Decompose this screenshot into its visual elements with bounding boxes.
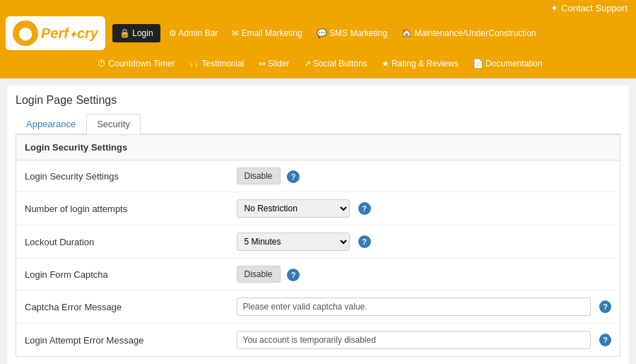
help-icon-captcha-error[interactable]: ? (599, 300, 611, 313)
nav-maintenance[interactable]: 🏠 Maintenance/UnderConstruction (396, 24, 541, 42)
label-login-attempts: Number of login attempts (16, 192, 228, 225)
header-top: ✦ Contact Support (0, 0, 636, 16)
help-icon-captcha[interactable]: ? (287, 269, 300, 281)
logo-text: Perf✦cry (41, 25, 98, 42)
control-lockout-duration: 5 Minutes 10 Minutes 15 Minutes 30 Minut… (228, 225, 620, 259)
label-lockout-duration: Lockout Duration (16, 225, 228, 259)
row-lockout-duration: Lockout Duration 5 Minutes 10 Minutes 15… (16, 225, 620, 259)
nav-social[interactable]: ↗ Social Buttons (298, 54, 373, 73)
row-attempt-error: Login Attempt Error Message ? (16, 324, 620, 357)
header: ✦ Contact Support ⬤ Perf✦cry 🔒 Login ⚙ A… (0, 0, 636, 78)
nav-email-marketing[interactable]: ✉ Email Marketing (226, 24, 307, 42)
label-attempt-error: Login Attempt Error Message (16, 324, 228, 357)
nav-login[interactable]: 🔒 Login (112, 24, 160, 42)
tab-security[interactable]: Security (86, 114, 141, 134)
control-captcha: Disable ? (228, 259, 620, 290)
input-captcha-error[interactable] (237, 298, 591, 316)
label-captcha: Login Form Captcha (16, 259, 228, 290)
select-login-attempts[interactable]: No Restriction 3 Attempts 5 Attempts 10 … (237, 199, 350, 218)
control-login-attempts: No Restriction 3 Attempts 5 Attempts 10 … (228, 192, 620, 225)
header-nav2: ⏱ Countdown Timer 🙌 Testimonial ⇔ Slider… (0, 54, 636, 78)
lockout-duration-wrap: 5 Minutes 10 Minutes 15 Minutes 30 Minut… (237, 233, 371, 251)
select-lockout-duration[interactable]: 5 Minutes 10 Minutes 15 Minutes 30 Minut… (237, 233, 350, 251)
main-content: Login Page Settings Appearance Security … (7, 86, 629, 364)
header-nav: ⬤ Perf✦cry 🔒 Login ⚙ Admin Bar ✉ Email M… (0, 16, 636, 54)
input-attempt-error[interactable] (237, 331, 591, 349)
control-login-security: Disable ? (228, 160, 620, 192)
help-icon-login-attempts[interactable]: ? (358, 202, 371, 215)
nav-slider[interactable]: ⇔ Slider (253, 54, 295, 73)
row-captcha-error: Captcha Error Message ? (16, 290, 620, 324)
nav-countdown[interactable]: ⏱ Countdown Timer (92, 54, 180, 73)
label-captcha-error: Captcha Error Message (16, 290, 228, 324)
help-icon-attempt-error[interactable]: ? (599, 334, 611, 346)
control-captcha-error: ? (228, 290, 620, 324)
control-attempt-error: ? (228, 324, 620, 357)
nav-testimonial[interactable]: 🙌 Testimonial (183, 54, 249, 73)
nav-admin-bar[interactable]: ⚙ Admin Bar (163, 24, 224, 42)
tab-appearance[interactable]: Appearance (16, 114, 86, 134)
row-captcha: Login Form Captcha Disable ? (16, 259, 620, 290)
settings-table: Login Security Settings Login Security S… (16, 134, 620, 357)
help-icon-login-security[interactable]: ? (287, 170, 300, 183)
btn-captcha-disable[interactable]: Disable (237, 266, 281, 283)
nav-docs[interactable]: 📄 Documentation (467, 54, 548, 73)
btn-login-security-disable[interactable]: Disable (237, 168, 281, 184)
attempt-error-wrap: ? (237, 331, 612, 349)
logo-icon: ⬤ (13, 20, 38, 46)
login-attempts-wrap: No Restriction 3 Attempts 5 Attempts 10 … (237, 199, 371, 218)
row-login-security: Login Security Settings Disable ? (16, 160, 620, 192)
label-login-security: Login Security Settings (16, 160, 228, 192)
section-title: Login Security Settings (16, 135, 620, 160)
row-login-attempts: Number of login attempts No Restriction … (16, 192, 620, 225)
contact-support[interactable]: ✦ Contact Support (550, 3, 628, 13)
tabs: Appearance Security (16, 114, 620, 134)
help-icon-lockout[interactable]: ? (358, 235, 371, 248)
logo: ⬤ Perf✦cry (6, 16, 105, 50)
page-title: Login Page Settings (16, 94, 620, 107)
nav-sms-marketing[interactable]: 💬 SMS Marketing (311, 24, 393, 42)
captcha-error-wrap: ? (237, 298, 612, 316)
nav-rating[interactable]: ★ Rating & Reviews (376, 54, 464, 73)
